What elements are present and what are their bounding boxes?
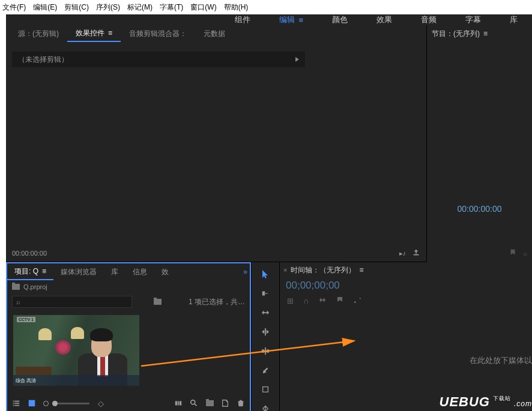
- svg-rect-3: [180, 401, 182, 406]
- search-icon: ⌕: [16, 298, 20, 305]
- search-input[interactable]: ⌕: [12, 296, 132, 308]
- drop-media-hint: 在此处放下媒体以: [470, 355, 532, 366]
- project-filename: Q.prproj: [23, 283, 47, 290]
- tab-program[interactable]: 节目：(无序列): [427, 25, 532, 42]
- trash-icon[interactable]: [237, 399, 245, 407]
- tab-effects2[interactable]: 效: [154, 263, 176, 280]
- new-item-icon[interactable]: [221, 399, 229, 407]
- selection-count: 1 项已选择，共…: [189, 297, 245, 307]
- selection-tool-icon[interactable]: [260, 269, 271, 279]
- watermark-text: UEBUG: [440, 394, 490, 410]
- menu-help[interactable]: 帮助(H): [224, 2, 249, 13]
- workspace-assembly[interactable]: 组件: [220, 14, 265, 25]
- tab-timeline[interactable]: × 时间轴：（无序列）: [280, 262, 532, 278]
- timeline-tab-label: 时间轴：（无序列）: [291, 265, 363, 275]
- thumb-overlay-text: 综合 高清: [16, 377, 36, 384]
- hand-tool-icon[interactable]: [260, 385, 271, 394]
- clip-thumbnail[interactable]: CCTV 1 综合 高清: [13, 315, 139, 386]
- automate-icon[interactable]: [174, 399, 183, 407]
- new-bin-icon[interactable]: [205, 399, 214, 407]
- razor-tool-icon[interactable]: [260, 327, 271, 337]
- svg-rect-1: [175, 401, 178, 406]
- menu-subtitle[interactable]: 字幕(T): [160, 2, 183, 13]
- source-tabs: 源：(无剪辑) 效果控件 音频剪辑混合器： 元数据: [6, 25, 426, 42]
- project-folder-icon: [12, 284, 20, 290]
- svg-rect-2: [178, 401, 179, 406]
- icon-view-icon[interactable]: [28, 399, 36, 407]
- menu-marker[interactable]: 标记(M): [127, 2, 153, 13]
- app-frame: 组件 编辑 颜色 效果 音频 字幕 库 源：(无剪辑) 效果控件 音频剪辑混合器…: [6, 14, 532, 411]
- thumb-cctv-badge: CCTV 1: [17, 317, 35, 322]
- tab-project[interactable]: 项目: Q: [7, 263, 53, 280]
- menu-sequence[interactable]: 序列(S): [96, 2, 120, 13]
- workspace-color[interactable]: 颜色: [318, 14, 362, 25]
- project-panel: 项目: Q 媒体浏览器 库 信息 效 » Q.prproj ⌕ 1 项已选择，共…: [6, 262, 251, 411]
- menu-file[interactable]: 文件(F): [2, 2, 26, 13]
- workspace-audio[interactable]: 音频: [407, 14, 451, 25]
- no-clip-selected-bar: （未选择剪辑）: [12, 52, 305, 67]
- menu-edit[interactable]: 编辑(E): [33, 2, 57, 13]
- source-timecode: 00:00:00:00: [12, 250, 47, 257]
- linked-selection-icon[interactable]: [318, 296, 327, 305]
- svg-point-4: [191, 400, 195, 404]
- workspace-editing[interactable]: 编辑: [265, 14, 318, 25]
- tab-source[interactable]: 源：(无剪辑): [10, 25, 67, 42]
- find-icon[interactable]: [190, 399, 198, 407]
- step-play-icon[interactable]: ▸♪: [399, 250, 407, 257]
- project-footer: ◇: [7, 394, 250, 411]
- close-icon[interactable]: ×: [283, 266, 287, 274]
- tab-library[interactable]: 库: [104, 263, 125, 280]
- no-clip-label: （未选择剪辑）: [18, 55, 68, 65]
- project-tabs: 项目: Q 媒体浏览器 库 信息 效 »: [7, 263, 250, 280]
- workspace-effects[interactable]: 效果: [362, 14, 407, 25]
- marker-icon[interactable]: [509, 248, 517, 259]
- timeline-panel: × 时间轴：（无序列） 00;00;00;00 ⊞ ∩ 在此处放下媒体以: [280, 262, 532, 411]
- settings-icon[interactable]: [353, 296, 361, 306]
- program-panel: 节目：(无序列) 00:00:00:00 ⟐: [427, 25, 532, 262]
- workspace-subtitles[interactable]: 字幕: [451, 14, 495, 25]
- slip-tool-icon[interactable]: [260, 346, 271, 356]
- export-icon[interactable]: [412, 248, 420, 258]
- type-tool-icon[interactable]: [260, 404, 271, 411]
- workspace-bar: 组件 编辑 颜色 效果 音频 字幕 库: [6, 14, 532, 25]
- tool-column: [251, 262, 280, 411]
- svg-rect-0: [29, 400, 35, 407]
- menubar: 文件(F) 编辑(E) 剪辑(C) 序列(S) 标记(M) 字幕(T) 窗口(W…: [0, 0, 532, 14]
- tab-audio-mixer[interactable]: 音频剪辑混合器：: [121, 25, 195, 42]
- tab-metadata[interactable]: 元数据: [195, 25, 234, 42]
- marker-tool-icon[interactable]: [336, 296, 343, 305]
- sort-icon[interactable]: ◇: [97, 399, 105, 407]
- ripple-edit-tool-icon[interactable]: [260, 308, 271, 317]
- export-frame-icon[interactable]: ⟐: [523, 250, 527, 258]
- tab-info[interactable]: 信息: [125, 263, 154, 280]
- svg-rect-5: [263, 387, 268, 392]
- snap-icon[interactable]: ∩: [303, 296, 309, 305]
- watermark: UEBUG 下载站 .com: [440, 394, 532, 410]
- watermark-suffix: .com: [514, 400, 532, 408]
- menu-clip[interactable]: 剪辑(C): [64, 2, 89, 13]
- tab-media-browser[interactable]: 媒体浏览器: [53, 263, 104, 280]
- workspace-library[interactable]: 库: [495, 14, 532, 25]
- zoom-slider[interactable]: [56, 403, 89, 404]
- zoom-slider-handle[interactable]: [43, 399, 49, 407]
- track-select-tool-icon[interactable]: [260, 289, 271, 298]
- nest-icon[interactable]: ⊞: [287, 296, 294, 305]
- program-timecode: 00:00:00:00: [427, 204, 532, 214]
- tab-effect-controls[interactable]: 效果控件: [67, 25, 121, 42]
- more-tabs-icon[interactable]: »: [243, 268, 247, 276]
- watermark-badge: 下载站: [491, 394, 513, 403]
- pen-tool-icon[interactable]: [260, 365, 271, 375]
- play-icon: [295, 57, 299, 62]
- menu-window[interactable]: 窗口(W): [190, 2, 216, 13]
- list-view-icon[interactable]: [12, 399, 20, 407]
- source-panel: 源：(无剪辑) 效果控件 音频剪辑混合器： 元数据 （未选择剪辑） 00:00:…: [6, 25, 426, 262]
- bin-icon[interactable]: [154, 299, 162, 305]
- timeline-timecode[interactable]: 00;00;00;00: [280, 278, 532, 293]
